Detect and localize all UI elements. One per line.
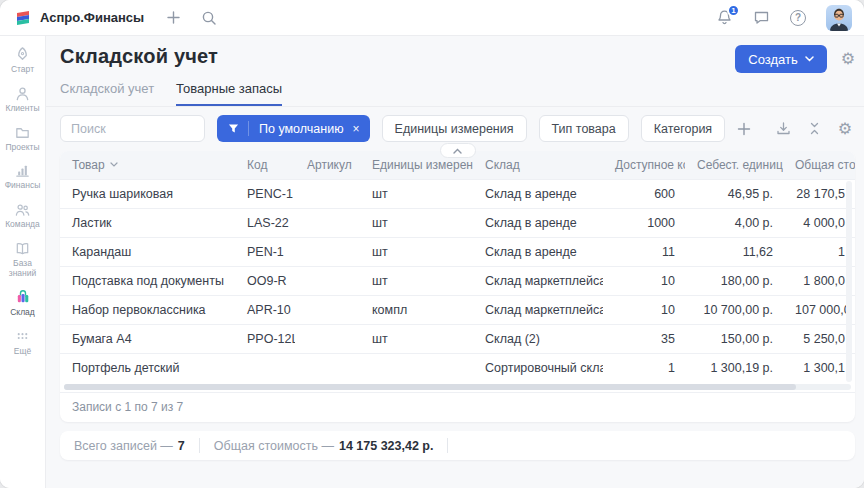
- global-search-button[interactable]: [201, 10, 217, 26]
- user-avatar[interactable]: [826, 5, 852, 31]
- download-icon: [776, 121, 791, 136]
- table-row[interactable]: Подставка под документы OO9-R шт Склад м…: [60, 266, 855, 295]
- cell-unit-cost: 1 300,19 р.: [685, 353, 783, 382]
- vertical-scrollbar[interactable]: [846, 181, 852, 382]
- sort-chevron-icon: [110, 162, 118, 167]
- table-row[interactable]: Ластик LAS-22 шт Склад в аренде 1000 4,0…: [60, 208, 855, 237]
- cell-total-cost: 5 250,0: [783, 324, 855, 353]
- brand: Аспро.Финансы: [14, 9, 144, 27]
- cell-unit: [360, 353, 473, 382]
- cell-warehouse: Сортировочный скла: [473, 353, 603, 382]
- quick-add-button[interactable]: [166, 10, 181, 25]
- table-row[interactable]: Портфель детский Сортировочный скла 1 1 …: [60, 353, 855, 382]
- cell-unit: шт: [360, 266, 473, 295]
- search-input[interactable]: [60, 115, 205, 142]
- sidebar-item-label: Команда: [5, 220, 40, 230]
- messages-button[interactable]: [753, 9, 770, 26]
- sidebar-item-knowledge-base[interactable]: База знаний: [1, 240, 45, 279]
- chevron-down-icon: [805, 56, 814, 62]
- sidebar-item-label: Финансы: [5, 181, 41, 191]
- pagination-status: Записи с 1 по 7 из 7: [60, 392, 855, 422]
- tabs: Складской учет Товарные запасы: [60, 81, 855, 106]
- total-cost-label: Общая стоимость —: [214, 439, 334, 453]
- cell-total-cost: 107 000,0: [783, 295, 855, 324]
- shopping-bag-icon: [14, 288, 32, 306]
- cell-warehouse: Склад в аренде: [473, 208, 603, 237]
- table-row[interactable]: Бумага А4 PPO-12L шт Склад (2) 35 150,00…: [60, 324, 855, 353]
- cell-code: OO9-R: [235, 266, 295, 295]
- horizontal-scrollbar[interactable]: [64, 384, 851, 390]
- cell-article: [295, 266, 360, 295]
- column-header-available-qty[interactable]: Доступное кол-во: [603, 151, 685, 179]
- table-row[interactable]: Набор первоклассника APR-10 компл Склад …: [60, 295, 855, 324]
- sidebar-item-start[interactable]: Старт: [1, 46, 45, 75]
- search-icon: [201, 10, 217, 26]
- cell-code: PPO-12L: [235, 324, 295, 353]
- applied-filter-chip[interactable]: По умолчанию ×: [217, 115, 370, 142]
- column-header-article[interactable]: Артикул: [295, 151, 360, 179]
- cell-unit: компл: [360, 295, 473, 324]
- page-title: Складской учет: [60, 45, 218, 68]
- remove-filter-icon[interactable]: ×: [351, 122, 370, 136]
- collapse-rows-button[interactable]: [808, 122, 821, 135]
- filter-chip-product-type[interactable]: Тип товара: [539, 115, 629, 142]
- collapse-table-button[interactable]: [440, 143, 476, 158]
- table-settings-button[interactable]: ⚙: [838, 121, 852, 137]
- export-button[interactable]: [776, 121, 791, 136]
- sidebar-item-label: Проекты: [5, 143, 39, 153]
- table-row[interactable]: Ручка шариковая PENC-1 шт Склад в аренде…: [60, 179, 855, 208]
- cell-qty: 10: [603, 295, 685, 324]
- chart-bars-icon: [14, 162, 31, 179]
- cell-article: [295, 208, 360, 237]
- sidebar-item-label: Старт: [11, 65, 34, 75]
- sidebar-item-clients[interactable]: Клиенты: [1, 85, 45, 114]
- summary-bar: Всего записей — 7 Общая стоимость — 14 1…: [60, 431, 855, 460]
- plus-icon: [166, 10, 181, 25]
- sidebar-item-projects[interactable]: Проекты: [1, 124, 45, 153]
- sidebar-item-label: Ещё: [14, 347, 31, 357]
- cell-qty: 1000: [603, 208, 685, 237]
- tab-warehouse-accounting[interactable]: Складской учет: [60, 81, 154, 106]
- sidebar-item-warehouse[interactable]: Склад: [1, 288, 45, 318]
- notification-badge: 1: [727, 4, 740, 17]
- column-header-unit-cost[interactable]: Себест. единицы: [685, 151, 783, 179]
- cell-total-cost: 1 800,0: [783, 266, 855, 295]
- applied-filter-label: По умолчанию: [249, 122, 351, 136]
- sidebar-item-more[interactable]: Ещё: [1, 328, 45, 357]
- cell-product: Ластик: [60, 208, 235, 237]
- inventory-table: Товар Код Артикул Единицы измерения Скла…: [60, 151, 855, 382]
- column-header-total-cost[interactable]: Общая стоим: [783, 151, 855, 179]
- sidebar-item-finance[interactable]: Финансы: [1, 162, 45, 191]
- filter-chip-category[interactable]: Категория: [641, 115, 725, 142]
- topbar: Аспро.Финансы 1 ?: [0, 0, 864, 36]
- cell-qty: 35: [603, 324, 685, 353]
- create-button[interactable]: Создать: [735, 45, 826, 73]
- tab-goods-stock[interactable]: Товарные запасы: [176, 81, 282, 106]
- cell-code: PEN-1: [235, 237, 295, 266]
- help-button[interactable]: ?: [790, 10, 806, 26]
- filter-bar: По умолчанию × Единицы измерения Тип тов…: [60, 115, 855, 142]
- notifications-button[interactable]: 1: [716, 9, 733, 26]
- cell-qty: 600: [603, 179, 685, 208]
- plus-icon: [737, 122, 751, 136]
- cell-article: [295, 295, 360, 324]
- page-header: Складской учет Создать ⚙ Складской учет …: [46, 36, 864, 107]
- create-button-label: Создать: [748, 52, 797, 67]
- table-body: Ручка шариковая PENC-1 шт Склад в аренде…: [60, 179, 855, 382]
- page-settings-button[interactable]: ⚙: [841, 51, 855, 67]
- sidebar-item-team[interactable]: Команда: [1, 201, 45, 230]
- column-header-warehouse[interactable]: Склад: [473, 151, 603, 179]
- cell-product: Бумага А4: [60, 324, 235, 353]
- filter-chip-units[interactable]: Единицы измерения: [382, 115, 527, 142]
- cell-code: LAS-22: [235, 208, 295, 237]
- column-header-code[interactable]: Код: [235, 151, 295, 179]
- scrollbar-thumb[interactable]: [64, 384, 796, 390]
- cell-warehouse: Склад маркетплейса: [473, 295, 603, 324]
- cell-product: Набор первоклассника: [60, 295, 235, 324]
- app-window: Аспро.Финансы 1 ?: [0, 0, 864, 488]
- cell-product: Подставка под документы: [60, 266, 235, 295]
- add-filter-button[interactable]: [737, 122, 751, 136]
- table-row[interactable]: Карандаш PEN-1 шт Склад в аренде 11 11,6…: [60, 237, 855, 266]
- column-header-product[interactable]: Товар: [60, 151, 235, 179]
- cell-product: Ручка шариковая: [60, 179, 235, 208]
